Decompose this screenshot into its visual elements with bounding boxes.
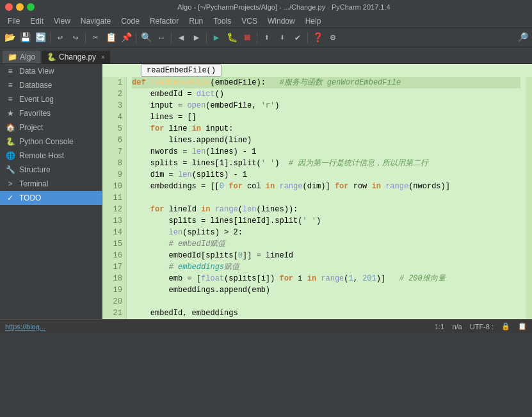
data-view-icon: ≡	[5, 67, 15, 76]
code-line-3: input = open(embedFile, 'r')	[132, 100, 520, 111]
toolbar-open[interactable]: 📂	[3, 31, 17, 45]
code-line-20	[132, 296, 520, 307]
content-right: readEmbedFile() 1 2 3 4 5 6 7 8 9 10 11 …	[102, 64, 532, 319]
line-num-14: 14	[106, 227, 122, 238]
line-num-21: 21	[106, 307, 122, 319]
code-lines[interactable]: def readEmbedFile(embedFile): #服务与函数 gen…	[127, 77, 526, 319]
line-num-3: 3	[106, 100, 122, 111]
menu-vcs[interactable]: VCS	[236, 15, 262, 27]
panel-item-event-log[interactable]: ≡ Event Log	[0, 92, 102, 106]
line-num-18: 18	[106, 273, 122, 284]
code-line-21: embedId, embeddings	[132, 307, 520, 319]
toolbar-vcs[interactable]: ⬆	[260, 31, 274, 45]
toolbar-separator-4	[171, 32, 172, 44]
project-tab[interactable]: 📁 Algo	[3, 51, 40, 63]
line-num-6: 6	[106, 135, 122, 146]
title-bar: Algo - [~/PycharmProjects/Algo] - .../Ch…	[0, 0, 532, 14]
code-line-5: for line in input:	[132, 123, 520, 135]
minimize-button[interactable]	[16, 3, 24, 11]
line-num-12: 12	[106, 204, 122, 215]
main-layout: ≡ Data View ≡ Database ≡ Event Log ★ Fav…	[0, 64, 532, 319]
status-link[interactable]: https://blog...	[5, 323, 45, 331]
file-tab-label: Change.py	[59, 53, 96, 61]
code-line-16: embedId[splits[0]] = lineId	[132, 250, 520, 261]
cursor-position: 1:1	[435, 323, 444, 331]
project-icon: 🏠	[5, 123, 15, 132]
right-scrollbar[interactable]	[526, 77, 532, 319]
toolbar-cut[interactable]: ✂	[88, 31, 102, 45]
line-num-20: 20	[106, 296, 122, 307]
toolbar-replace[interactable]: ↔	[154, 31, 168, 45]
panel-item-python-console[interactable]: 🐍 Python Console	[0, 135, 102, 149]
structure-icon: 🔧	[5, 165, 15, 174]
menu-navigate[interactable]: Navigate	[76, 15, 116, 27]
panel-item-terminal[interactable]: > Terminal	[0, 177, 102, 191]
menu-run[interactable]: Run	[184, 15, 208, 27]
toolbar-search[interactable]: 🔎	[515, 31, 529, 45]
menu-edit[interactable]: Edit	[25, 15, 49, 27]
toolbar-copy[interactable]: 📋	[104, 31, 118, 45]
window-controls	[5, 3, 35, 11]
file-tab-close[interactable]: ×	[101, 54, 105, 61]
code-line-7: nwords = len(lines) - 1	[132, 146, 520, 158]
menu-view[interactable]: View	[49, 15, 76, 27]
toolbar-debug[interactable]: 🐛	[225, 31, 239, 45]
panel-item-structure[interactable]: 🔧 Structure	[0, 163, 102, 177]
toolbar-settings[interactable]: ⚙	[326, 31, 340, 45]
toolbar-paste[interactable]: 📌	[119, 31, 133, 45]
menu-refactor[interactable]: Refactor	[145, 15, 184, 27]
panel-item-todo[interactable]: ✓ TODO	[0, 191, 102, 205]
toolbar-commit[interactable]: ✔	[291, 31, 305, 45]
panel-item-event-log-label: Event Log	[19, 95, 54, 104]
line-num-10: 10	[106, 181, 122, 192]
panel-item-data-view[interactable]: ≡ Data View	[0, 64, 102, 78]
line-num-13: 13	[106, 215, 122, 227]
code-line-8: splits = lines[1].split(' ') # 因为第一行是统计信…	[132, 158, 520, 169]
menu-bar: File Edit View Navigate Code Refactor Ru…	[0, 14, 532, 28]
menu-help[interactable]: Help	[300, 15, 326, 27]
toolbar-separator-6	[257, 32, 257, 44]
code-line-19: embeddings.append(emb)	[132, 284, 520, 296]
toolbar-find[interactable]: 🔍	[139, 31, 153, 45]
line-num-1: 1	[106, 77, 122, 88]
toolbar-sync[interactable]: 🔄	[33, 31, 47, 45]
line-num-16: 16	[106, 250, 122, 261]
menu-code[interactable]: Code	[116, 15, 145, 27]
toolbar-back[interactable]: ◀	[174, 31, 188, 45]
todo-icon: ✓	[5, 193, 15, 202]
toolbar-undo[interactable]: ↩	[53, 31, 67, 45]
file-tab-icon: 🐍	[47, 53, 56, 61]
panel-item-data-view-label: Data View	[19, 67, 54, 76]
toolbar-run[interactable]: ▶	[209, 31, 223, 45]
file-tab-change[interactable]: 🐍 Change.py ×	[42, 51, 110, 63]
toolbar-redo[interactable]: ↪	[69, 31, 83, 45]
menu-tools[interactable]: Tools	[208, 15, 236, 27]
toolbar-forward[interactable]: ▶	[189, 31, 204, 45]
panel-item-project[interactable]: 🏠 Project	[0, 120, 102, 135]
function-tooltip: readEmbedFile()	[141, 64, 222, 77]
toolbar-terminal[interactable]: ❓	[310, 31, 325, 45]
favorites-icon: ★	[5, 109, 15, 118]
line-num-5: 5	[106, 123, 122, 135]
toolbar-vcs2[interactable]: ⬇	[275, 31, 289, 45]
line-num-2: 2	[106, 88, 122, 100]
toolbar-separator-2	[85, 32, 86, 44]
toolbar-stop[interactable]: ⏹	[240, 31, 254, 45]
code-line-12: for lineId in range(len(lines)):	[132, 204, 520, 215]
line-num-7: 7	[106, 146, 122, 158]
panel-item-remote-host[interactable]: 🌐 Remote Host	[0, 149, 102, 163]
menu-window[interactable]: Window	[262, 15, 300, 27]
line-num-4: 4	[106, 111, 122, 123]
close-button[interactable]	[5, 3, 13, 11]
window-title: Algo - [~/PycharmProjects/Algo] - .../Ch…	[41, 3, 527, 11]
line-num-8: 8	[106, 158, 122, 169]
panel-item-favorites[interactable]: ★ Favorites	[0, 106, 102, 120]
menu-file[interactable]: File	[3, 15, 25, 27]
toolbar-save[interactable]: 💾	[18, 31, 32, 45]
panel-item-database[interactable]: ≡ Database	[0, 78, 102, 92]
database-icon: ≡	[5, 81, 15, 90]
maximize-button[interactable]	[27, 3, 35, 11]
code-line-13: splits = lines[lineId].split(' ')	[132, 215, 520, 227]
code-container[interactable]: readEmbedFile() 1 2 3 4 5 6 7 8 9 10 11 …	[102, 64, 532, 319]
toolbar-separator-3	[136, 32, 136, 44]
